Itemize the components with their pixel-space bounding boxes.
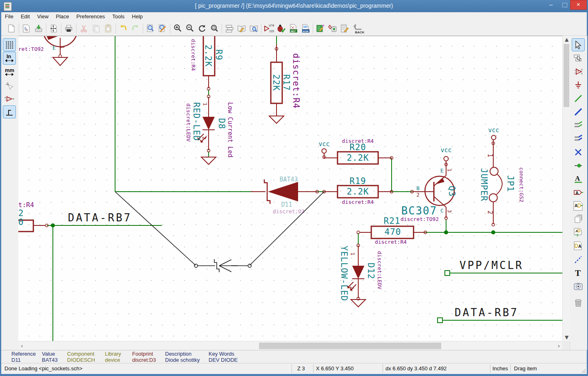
scroll-right-arrow[interactable]: › [558,343,560,349]
footprint-associate-button[interactable] [327,22,339,35]
vertical-scrollbar[interactable]: ▲ ▼ [562,36,570,341]
d8-footprint[interactable]: discret:LEDV [185,103,192,142]
place-image-button[interactable] [572,280,584,293]
hierarchy-navigator-button[interactable] [223,22,235,35]
cursor-shape-button[interactable] [3,80,15,92]
menu-place[interactable]: Place [52,12,73,21]
run-pcbnew-button[interactable] [314,22,327,35]
menu-help[interactable]: Help [128,12,146,21]
graphic-line-button[interactable] [572,254,584,266]
r20-ref[interactable]: R20 [350,142,366,152]
zoom-out-button[interactable] [184,22,196,35]
r21-footprint[interactable]: discret:R4 [375,239,407,245]
place-wire-button[interactable] [572,92,584,105]
r19-footprint[interactable]: discret:R4 [342,199,374,205]
graphic-text-button[interactable]: T [572,267,584,279]
highlight-net-button[interactable] [572,52,584,64]
save-button[interactable] [33,22,45,35]
units-inch-button[interactable]: In [3,52,15,64]
r9-value[interactable]: 2.2K [203,45,213,67]
hidden-pins-button[interactable]: + [3,93,15,105]
vcc-label-q3[interactable]: vcc [440,146,451,154]
vcc-label-jp1[interactable]: vcc [488,127,499,134]
grid-toggle-button[interactable] [3,39,15,51]
bom-button[interactable]: BOM [299,22,311,35]
r21-value[interactable]: 470 [385,227,401,237]
footprint-editor-button[interactable] [339,22,351,35]
redraw-button[interactable] [196,22,208,35]
netlist-button[interactable]: NET [287,22,299,35]
net-label-data-rb7[interactable]: DATA-RB7 [68,212,132,224]
qpartial-footprint[interactable]: ret:TO92 [18,46,44,52]
r9-footprint[interactable]: discret:R4 [190,39,196,71]
d8-ref[interactable]: D8 [217,118,226,129]
hv-wires-button[interactable] [3,106,15,118]
net-label-data-rb7-right[interactable]: DATA-RB7 [455,306,518,319]
import-sheet-pin-button[interactable]: A [572,227,584,239]
select-tool-button[interactable] [572,39,584,51]
cut-button[interactable] [78,22,90,35]
q3-ref[interactable]: Q3 [447,186,457,197]
d8-value[interactable]: RED-LED [192,102,201,141]
page-settings-button[interactable] [48,22,60,35]
place-bus-button[interactable] [572,106,584,118]
r21-ref[interactable]: R21 [384,216,401,226]
place-power-port-button[interactable] [572,79,584,91]
zoom-in-button[interactable] [172,22,184,35]
d12-value[interactable]: YELLOW-LED [339,246,349,301]
vertical-scroll-thumb[interactable] [564,44,569,107]
library-browser-button[interactable] [248,22,260,35]
r20-value[interactable]: 2.2K [347,153,369,163]
d11-footprint[interactable]: discret:D3 [273,208,305,214]
r17-ref[interactable]: R17 [281,74,291,91]
place-junction-button[interactable] [572,160,584,172]
close-button[interactable]: × [570,0,587,10]
schematic-canvas[interactable]: ret:TO92 E 1 discret:R4 2.2K R9 discret:… [18,36,562,341]
menu-view[interactable]: View [33,12,52,21]
place-net-label-button[interactable]: A [572,173,584,185]
menu-preferences[interactable]: Preferences [73,12,109,21]
place-sheet-pin-button[interactable]: A [572,240,584,252]
copy-button[interactable] [90,22,102,35]
minimize-button[interactable]: – [544,0,558,10]
scroll-down-arrow[interactable]: ▼ [565,334,568,340]
net-label-vpp-mclr[interactable]: VPP/MCLR [460,259,523,271]
no-connect-button[interactable] [572,146,584,158]
new-schematic-button[interactable] [5,22,17,35]
annotate-button[interactable]: U?A123 [263,22,275,35]
undo-button[interactable] [117,22,129,35]
menu-tools[interactable]: Tools [109,12,128,21]
d12-ref[interactable]: D12 [366,263,376,280]
r19-value[interactable]: 2.2K [347,187,369,197]
units-mm-button[interactable]: mm [3,66,15,78]
menu-file[interactable]: File [1,12,17,21]
wire-to-bus-entry-button[interactable] [572,119,584,131]
place-hierarchical-label-button[interactable]: A [572,200,584,212]
horizontal-scrollbar[interactable]: ‹ › [18,341,562,350]
redo-button[interactable] [129,22,142,35]
paste-button[interactable] [102,22,114,35]
zoom-fit-button[interactable] [208,22,220,35]
place-global-label-button[interactable]: A [572,186,584,199]
jp1-ref[interactable]: JP1 [505,175,515,192]
q3-value[interactable]: BC307 [401,205,437,217]
find-button[interactable] [144,22,157,35]
library-editor-button[interactable] [235,22,248,35]
erc-check-button[interactable] [275,22,287,35]
r17-value[interactable]: 22K [271,74,281,91]
scroll-left-arrow[interactable]: ‹ [21,343,23,349]
r9-ref[interactable]: R9 [214,49,224,60]
horizontal-scroll-thumb[interactable] [259,343,441,349]
place-component-button[interactable]: + [572,66,584,78]
bus-to-bus-entry-button[interactable] [572,133,584,145]
r17-footprint[interactable]: discret:R4 [291,53,301,109]
partial-r-footprint[interactable]: t:R4 [18,201,34,209]
find-replace-button[interactable] [157,22,169,35]
title-bar[interactable]: [ pic_programmer /] (E:\msys64\mingw64\s… [0,0,588,12]
d11-value[interactable]: BAT43 [279,176,298,183]
open-schematic-button[interactable] [20,22,33,35]
jp1-footprint[interactable]: connect:GS2 [518,167,525,202]
resize-grip[interactable] [581,369,586,373]
place-hierarchical-sheet-button[interactable] [572,213,584,225]
q3-footprint[interactable]: discret:TO92 [401,216,439,222]
